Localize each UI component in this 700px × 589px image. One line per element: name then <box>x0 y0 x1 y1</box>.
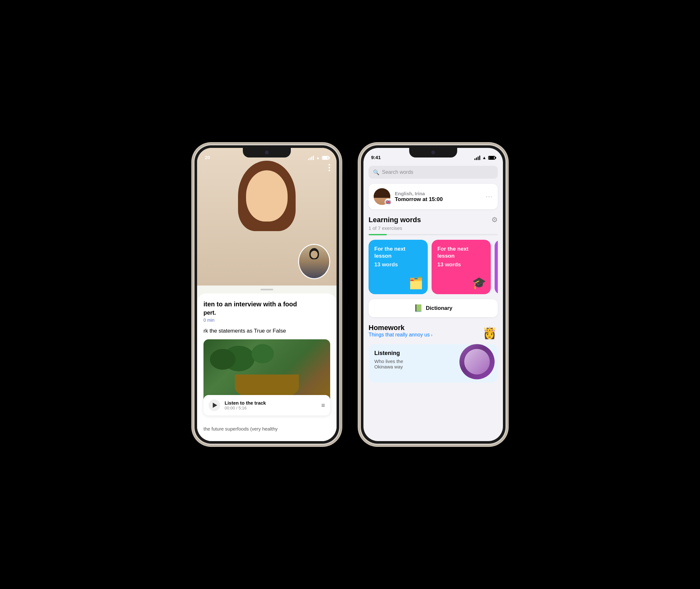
card-blue-icon: 🗂️ <box>409 276 423 290</box>
headphone-icon <box>459 344 494 379</box>
audio-time: 00:00 / 5:16 <box>225 406 317 410</box>
right-wifi-icon: ▲ <box>482 155 486 160</box>
dictionary-label: Dictionary <box>426 305 452 312</box>
more-button[interactable]: ··· <box>486 193 493 200</box>
camera <box>265 151 269 154</box>
right-signal-icon <box>474 156 480 160</box>
flag-badge: 🇬🇧 <box>385 198 392 205</box>
right-status-icons: ▲ <box>474 155 495 160</box>
lesson-title-line1: iten to an interview with a food <box>204 300 330 308</box>
left-time: 20 <box>205 155 210 160</box>
pull-handle <box>261 289 273 290</box>
lesson-instruction: rk the statements as True or False <box>204 328 330 334</box>
homework-title: Homework <box>369 324 432 332</box>
settings-icon[interactable]: ⚙ <box>491 216 498 224</box>
teacher-info: English, Irina Tomorrow at 15:00 <box>395 191 481 203</box>
homework-header: Homework Things that really annoy us › 👸 <box>369 324 498 342</box>
search-icon: 🔍 <box>373 169 379 175</box>
signal-icon <box>308 156 314 160</box>
teacher-card[interactable]: 🇬🇧 English, Irina Tomorrow at 15:00 ··· <box>369 184 498 209</box>
avatar-container: 🇬🇧 <box>374 188 390 205</box>
play-icon <box>213 403 217 408</box>
pip-video <box>298 244 330 279</box>
cards-carousel: For the next lesson 13 words 🗂️ For the … <box>369 240 498 294</box>
homework-emoji: 👸 <box>481 325 498 341</box>
dictionary-button[interactable]: 📗 Dictionary <box>369 299 498 317</box>
listening-visual <box>459 344 498 383</box>
learning-words-title: Learning words <box>369 216 421 224</box>
listening-card[interactable]: Listening Who lives the Okinawa way <box>369 344 498 383</box>
battery-icon <box>322 156 329 160</box>
right-time: 9:41 <box>371 155 381 160</box>
teacher-name: English, Irina <box>395 191 481 196</box>
lesson-title-line2: pert. <box>204 310 330 316</box>
card-blue-label: For the next lesson <box>374 245 422 260</box>
three-dots-menu[interactable] <box>329 164 330 171</box>
left-phone: 20 ▲ <box>193 144 340 445</box>
right-phone: 9:41 ▲ <box>360 144 507 445</box>
right-notch <box>409 148 457 158</box>
play-button[interactable] <box>209 399 220 411</box>
speed-icon[interactable]: ≡ <box>321 402 325 409</box>
homework-link[interactable]: Things that really annoy us › <box>369 332 432 338</box>
audio-player[interactable]: Listen to the track 00:00 / 5:16 ≡ <box>204 395 330 415</box>
right-battery-icon <box>488 156 495 160</box>
learning-words-subtitle: 1 of 7 exercises <box>369 225 498 231</box>
face <box>246 170 288 221</box>
card-pink-icon: 🎓 <box>472 276 486 290</box>
dictionary-icon: 📗 <box>414 304 423 313</box>
video-call-area <box>197 148 337 285</box>
chevron-right-icon: › <box>431 333 432 337</box>
search-bar[interactable]: 🔍 Search words <box>369 166 498 179</box>
learning-words-header: Learning words ⚙ <box>369 216 498 224</box>
flashcard-pink[interactable]: For the next lesson 13 words 🎓 <box>432 240 491 294</box>
lesson-content: iten to an interview with a food pert. 0… <box>197 293 337 441</box>
app-content: 🔍 Search words 🇬🇧 <box>363 162 503 441</box>
lesson-time: 0 min <box>204 318 330 323</box>
notch <box>243 148 291 158</box>
audio-info: Listen to the track 00:00 / 5:16 <box>225 400 317 410</box>
wifi-icon: ▲ <box>316 155 320 160</box>
homework-title-group: Homework Things that really annoy us › <box>369 324 432 342</box>
card-blue-count: 13 words <box>374 261 422 268</box>
left-status-icons: ▲ <box>308 155 329 160</box>
audio-title: Listen to the track <box>225 400 317 406</box>
card-pink-count: 13 words <box>437 261 485 268</box>
progress-bar <box>369 234 498 235</box>
flashcard-purple[interactable]: C... 13 📖 <box>494 240 498 294</box>
card-pink-label: For the next lesson <box>437 245 485 260</box>
right-camera <box>431 151 435 154</box>
teacher-time: Tomorrow at 15:00 <box>395 196 481 203</box>
search-placeholder: Search words <box>382 169 413 175</box>
food-image <box>204 339 330 403</box>
bottom-text: the future superfoods (very healthy <box>204 426 330 431</box>
progress-fill <box>369 234 387 235</box>
flashcard-blue[interactable]: For the next lesson 13 words 🗂️ <box>369 240 428 294</box>
